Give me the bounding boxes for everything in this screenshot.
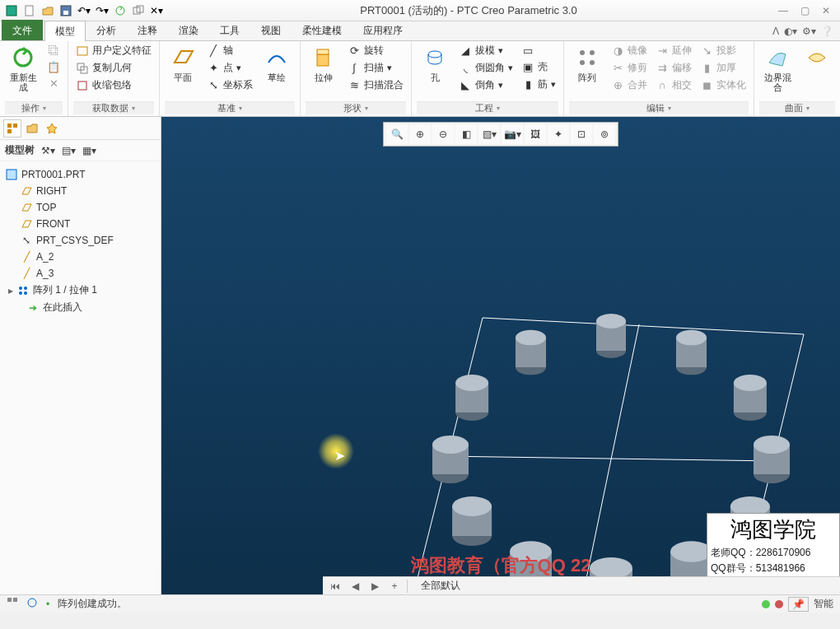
- tree-a3[interactable]: ╱A_3: [2, 265, 159, 282]
- status-icon-2[interactable]: [26, 597, 38, 611]
- menu-tab-view[interactable]: 视图: [250, 20, 292, 40]
- zoom-in-icon[interactable]: ⊕: [409, 124, 431, 144]
- mirror-button[interactable]: ◑镜像: [609, 43, 650, 58]
- status-pin-icon[interactable]: 📌: [788, 597, 809, 612]
- tree-settings-icon[interactable]: ⚒▾: [41, 145, 55, 156]
- tree-filter-icon[interactable]: ▦▾: [82, 145, 96, 156]
- menu-file[interactable]: 文件: [2, 20, 43, 40]
- point-button[interactable]: ✦点▾: [204, 60, 255, 76]
- saved-views-icon[interactable]: 📷▾: [502, 124, 523, 144]
- rib-button[interactable]: ▮筋▾: [519, 77, 558, 92]
- status-icon-1[interactable]: [7, 597, 18, 611]
- group-label-surface[interactable]: 曲面: [759, 101, 835, 114]
- datum-display-icon[interactable]: ✦: [548, 124, 569, 144]
- copygeom-button[interactable]: 复制几何: [73, 60, 154, 76]
- paste-special-button[interactable]: ✕: [44, 76, 63, 91]
- ribbon-collapse-icon[interactable]: ᐱ: [772, 26, 779, 37]
- tree-insert[interactable]: ➔在此插入: [2, 299, 159, 316]
- shrinkwrap-button[interactable]: 收缩包络: [73, 77, 154, 93]
- favorites-tab[interactable]: [43, 119, 61, 137]
- qat-redo-icon[interactable]: ↷▾: [94, 2, 110, 19]
- settings-gear-icon[interactable]: ⚙▾: [802, 26, 816, 37]
- view-tab-default[interactable]: 全部默认: [413, 579, 469, 593]
- merge-button[interactable]: ⊕合并: [609, 77, 650, 93]
- maximize-button[interactable]: ▢: [797, 3, 812, 18]
- copy-button[interactable]: ⿻: [44, 43, 63, 58]
- group-label-edit[interactable]: 编辑: [569, 101, 749, 114]
- draft-button[interactable]: ◢拔模▾: [456, 43, 516, 58]
- qat-undo-icon[interactable]: ↶▾: [76, 2, 92, 19]
- tree-a2[interactable]: ╱A_2: [2, 249, 159, 265]
- qat-windows-icon[interactable]: [130, 2, 147, 19]
- first-view-icon[interactable]: ⏮: [328, 580, 343, 593]
- tree-right[interactable]: RIGHT: [2, 183, 159, 199]
- tree-show-icon[interactable]: ▤▾: [62, 145, 76, 156]
- qat-open-icon[interactable]: [40, 2, 56, 19]
- add-view-icon[interactable]: +: [387, 580, 402, 593]
- close-button[interactable]: ✕: [819, 3, 833, 18]
- spin-center-icon[interactable]: ⊚: [594, 124, 615, 144]
- menu-tab-annotate[interactable]: 注释: [127, 20, 168, 40]
- minimize-button[interactable]: —: [776, 3, 791, 18]
- thicken-button[interactable]: ▮加厚: [698, 60, 749, 76]
- menu-tab-flex[interactable]: 柔性建模: [292, 20, 352, 40]
- tree-csys[interactable]: ⤡PRT_CSYS_DEF: [2, 232, 159, 249]
- boundary-button[interactable]: 边界混合: [759, 43, 796, 94]
- menu-tab-tools[interactable]: 工具: [209, 20, 250, 40]
- tree-top[interactable]: TOP: [2, 199, 159, 216]
- solidify-button[interactable]: ◼实体化: [698, 77, 749, 93]
- qat-regen-icon[interactable]: [112, 2, 128, 19]
- notification-icon[interactable]: ◐▾: [784, 26, 797, 37]
- udf-button[interactable]: 用户定义特征: [73, 43, 154, 58]
- regenerate-button[interactable]: 重新生成: [5, 43, 41, 94]
- repaint-icon[interactable]: ◧: [455, 124, 477, 144]
- csys-button[interactable]: ⤡坐标系: [204, 77, 255, 93]
- qat-save-icon[interactable]: [58, 2, 74, 19]
- extrude-button[interactable]: 拉伸: [306, 43, 342, 84]
- offset-button[interactable]: ⇉偏移: [653, 60, 694, 76]
- sweepblend-button[interactable]: ≋扫描混合: [345, 77, 406, 93]
- tree-root[interactable]: PRT0001.PRT: [2, 166, 159, 183]
- menu-tab-apps[interactable]: 应用程序: [352, 20, 413, 40]
- zoom-fit-icon[interactable]: 🔍: [386, 124, 408, 144]
- group-label-operate[interactable]: 操作: [5, 101, 63, 114]
- pattern-button[interactable]: 阵列: [569, 43, 605, 84]
- group-label-eng[interactable]: 工程: [417, 101, 558, 114]
- zoom-out-icon[interactable]: ⊖: [432, 124, 454, 144]
- paste-button[interactable]: 📋: [44, 59, 63, 74]
- modeltree-tab[interactable]: [3, 119, 21, 137]
- extend-button[interactable]: ⇥延伸: [653, 43, 694, 58]
- group-label-datum[interactable]: 基准: [165, 101, 295, 114]
- axis-button[interactable]: ╱轴: [204, 43, 255, 58]
- revolve-button[interactable]: ⟳旋转: [345, 43, 406, 58]
- viewport[interactable]: 🔍 ⊕ ⊖ ◧ ▧▾ 📷▾ 🖼 ✦ ⊡ ⊚ ➤ 鸿图教育（官方QQ 22 鸿图学…: [161, 117, 840, 594]
- annotation-display-icon[interactable]: ⊡: [571, 124, 592, 144]
- display-style-icon[interactable]: ▧▾: [478, 124, 500, 144]
- help-icon[interactable]: ❔: [821, 26, 833, 37]
- sweep-button[interactable]: ∫扫描▾: [345, 60, 406, 76]
- sketch-button[interactable]: 草绘: [259, 43, 295, 84]
- trim-button[interactable]: ✂修剪: [609, 60, 650, 76]
- round-button[interactable]: ◟倒圆角▾: [456, 60, 516, 76]
- menu-tab-model[interactable]: 模型: [44, 21, 86, 41]
- menu-tab-analysis[interactable]: 分析: [86, 20, 127, 40]
- foldertree-tab[interactable]: [23, 119, 41, 137]
- plane-button[interactable]: 平面: [165, 43, 201, 84]
- group-label-getdata[interactable]: 获取数据: [73, 101, 154, 114]
- tree-pattern[interactable]: ▸阵列 1 / 拉伸 1: [2, 282, 159, 299]
- tree-front[interactable]: FRONT: [2, 216, 159, 232]
- qat-close-icon[interactable]: ✕▾: [148, 2, 165, 19]
- status-filter-label[interactable]: 智能: [814, 597, 833, 611]
- style-button[interactable]: [799, 43, 835, 72]
- qat-new-icon[interactable]: [21, 2, 38, 19]
- chamfer-button[interactable]: ◣倒角▾: [456, 77, 516, 93]
- group-label-shape[interactable]: 形状: [306, 101, 406, 114]
- next-view-icon[interactable]: ▶: [367, 580, 382, 593]
- blank-button[interactable]: ▭: [519, 43, 558, 58]
- project-button[interactable]: ↘投影: [698, 43, 749, 58]
- menu-tab-render[interactable]: 渲染: [168, 20, 209, 40]
- qat-logo[interactable]: [3, 2, 20, 19]
- view-manager-icon[interactable]: 🖼: [525, 124, 546, 144]
- prev-view-icon[interactable]: ◀: [348, 580, 362, 593]
- hole-button[interactable]: 孔: [417, 43, 453, 84]
